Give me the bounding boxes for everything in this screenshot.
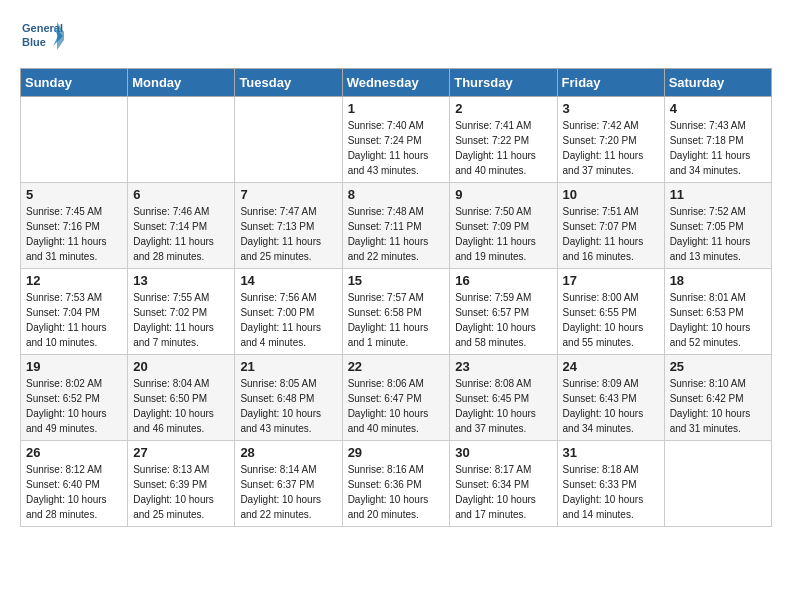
day-info: Sunrise: 7:40 AMSunset: 7:24 PMDaylight:…	[348, 118, 445, 178]
day-info: Sunrise: 8:00 AMSunset: 6:55 PMDaylight:…	[563, 290, 659, 350]
day-cell: 20Sunrise: 8:04 AMSunset: 6:50 PMDayligh…	[128, 355, 235, 441]
day-cell: 26Sunrise: 8:12 AMSunset: 6:40 PMDayligh…	[21, 441, 128, 527]
day-number: 12	[26, 273, 122, 288]
day-cell: 24Sunrise: 8:09 AMSunset: 6:43 PMDayligh…	[557, 355, 664, 441]
weekday-header-row: SundayMondayTuesdayWednesdayThursdayFrid…	[21, 69, 772, 97]
day-number: 30	[455, 445, 551, 460]
day-info: Sunrise: 8:05 AMSunset: 6:48 PMDaylight:…	[240, 376, 336, 436]
weekday-header-sunday: Sunday	[21, 69, 128, 97]
day-info: Sunrise: 7:56 AMSunset: 7:00 PMDaylight:…	[240, 290, 336, 350]
day-info: Sunrise: 7:45 AMSunset: 7:16 PMDaylight:…	[26, 204, 122, 264]
day-info: Sunrise: 7:46 AMSunset: 7:14 PMDaylight:…	[133, 204, 229, 264]
week-row-4: 19Sunrise: 8:02 AMSunset: 6:52 PMDayligh…	[21, 355, 772, 441]
day-cell: 18Sunrise: 8:01 AMSunset: 6:53 PMDayligh…	[664, 269, 771, 355]
day-number: 8	[348, 187, 445, 202]
day-number: 1	[348, 101, 445, 116]
day-cell: 23Sunrise: 8:08 AMSunset: 6:45 PMDayligh…	[450, 355, 557, 441]
day-cell: 19Sunrise: 8:02 AMSunset: 6:52 PMDayligh…	[21, 355, 128, 441]
day-number: 31	[563, 445, 659, 460]
day-cell: 30Sunrise: 8:17 AMSunset: 6:34 PMDayligh…	[450, 441, 557, 527]
day-number: 15	[348, 273, 445, 288]
day-cell: 28Sunrise: 8:14 AMSunset: 6:37 PMDayligh…	[235, 441, 342, 527]
day-cell: 13Sunrise: 7:55 AMSunset: 7:02 PMDayligh…	[128, 269, 235, 355]
day-cell	[235, 97, 342, 183]
day-cell	[664, 441, 771, 527]
day-info: Sunrise: 8:08 AMSunset: 6:45 PMDaylight:…	[455, 376, 551, 436]
day-number: 29	[348, 445, 445, 460]
day-info: Sunrise: 7:55 AMSunset: 7:02 PMDaylight:…	[133, 290, 229, 350]
day-cell: 11Sunrise: 7:52 AMSunset: 7:05 PMDayligh…	[664, 183, 771, 269]
day-cell: 8Sunrise: 7:48 AMSunset: 7:11 PMDaylight…	[342, 183, 450, 269]
day-number: 11	[670, 187, 766, 202]
day-info: Sunrise: 8:10 AMSunset: 6:42 PMDaylight:…	[670, 376, 766, 436]
day-number: 19	[26, 359, 122, 374]
weekday-header-monday: Monday	[128, 69, 235, 97]
day-info: Sunrise: 7:59 AMSunset: 6:57 PMDaylight:…	[455, 290, 551, 350]
day-number: 17	[563, 273, 659, 288]
day-number: 14	[240, 273, 336, 288]
day-cell: 15Sunrise: 7:57 AMSunset: 6:58 PMDayligh…	[342, 269, 450, 355]
day-info: Sunrise: 7:43 AMSunset: 7:18 PMDaylight:…	[670, 118, 766, 178]
day-info: Sunrise: 8:18 AMSunset: 6:33 PMDaylight:…	[563, 462, 659, 522]
day-info: Sunrise: 8:02 AMSunset: 6:52 PMDaylight:…	[26, 376, 122, 436]
day-number: 20	[133, 359, 229, 374]
day-number: 13	[133, 273, 229, 288]
day-info: Sunrise: 8:06 AMSunset: 6:47 PMDaylight:…	[348, 376, 445, 436]
day-cell: 16Sunrise: 7:59 AMSunset: 6:57 PMDayligh…	[450, 269, 557, 355]
day-number: 25	[670, 359, 766, 374]
day-cell: 3Sunrise: 7:42 AMSunset: 7:20 PMDaylight…	[557, 97, 664, 183]
logo: General Blue	[20, 16, 64, 60]
day-number: 9	[455, 187, 551, 202]
day-cell: 31Sunrise: 8:18 AMSunset: 6:33 PMDayligh…	[557, 441, 664, 527]
day-info: Sunrise: 7:50 AMSunset: 7:09 PMDaylight:…	[455, 204, 551, 264]
day-cell: 5Sunrise: 7:45 AMSunset: 7:16 PMDaylight…	[21, 183, 128, 269]
day-number: 6	[133, 187, 229, 202]
day-cell: 9Sunrise: 7:50 AMSunset: 7:09 PMDaylight…	[450, 183, 557, 269]
day-cell: 29Sunrise: 8:16 AMSunset: 6:36 PMDayligh…	[342, 441, 450, 527]
page: General Blue SundayMondayTuesdayWednesda…	[0, 0, 792, 543]
day-cell	[128, 97, 235, 183]
day-cell: 27Sunrise: 8:13 AMSunset: 6:39 PMDayligh…	[128, 441, 235, 527]
day-cell: 17Sunrise: 8:00 AMSunset: 6:55 PMDayligh…	[557, 269, 664, 355]
header: General Blue	[20, 16, 772, 60]
day-number: 2	[455, 101, 551, 116]
logo-svg: General Blue	[20, 16, 64, 60]
svg-text:Blue: Blue	[22, 36, 46, 48]
day-info: Sunrise: 8:13 AMSunset: 6:39 PMDaylight:…	[133, 462, 229, 522]
weekday-header-saturday: Saturday	[664, 69, 771, 97]
day-number: 28	[240, 445, 336, 460]
day-number: 24	[563, 359, 659, 374]
weekday-header-thursday: Thursday	[450, 69, 557, 97]
day-number: 22	[348, 359, 445, 374]
day-cell: 22Sunrise: 8:06 AMSunset: 6:47 PMDayligh…	[342, 355, 450, 441]
day-cell: 25Sunrise: 8:10 AMSunset: 6:42 PMDayligh…	[664, 355, 771, 441]
day-info: Sunrise: 7:48 AMSunset: 7:11 PMDaylight:…	[348, 204, 445, 264]
day-number: 21	[240, 359, 336, 374]
day-number: 26	[26, 445, 122, 460]
day-info: Sunrise: 7:47 AMSunset: 7:13 PMDaylight:…	[240, 204, 336, 264]
weekday-header-friday: Friday	[557, 69, 664, 97]
day-number: 3	[563, 101, 659, 116]
day-cell	[21, 97, 128, 183]
day-info: Sunrise: 8:16 AMSunset: 6:36 PMDaylight:…	[348, 462, 445, 522]
day-info: Sunrise: 7:51 AMSunset: 7:07 PMDaylight:…	[563, 204, 659, 264]
day-info: Sunrise: 8:14 AMSunset: 6:37 PMDaylight:…	[240, 462, 336, 522]
week-row-1: 1Sunrise: 7:40 AMSunset: 7:24 PMDaylight…	[21, 97, 772, 183]
day-info: Sunrise: 7:52 AMSunset: 7:05 PMDaylight:…	[670, 204, 766, 264]
day-info: Sunrise: 8:04 AMSunset: 6:50 PMDaylight:…	[133, 376, 229, 436]
calendar: SundayMondayTuesdayWednesdayThursdayFrid…	[20, 68, 772, 527]
weekday-header-wednesday: Wednesday	[342, 69, 450, 97]
day-cell: 21Sunrise: 8:05 AMSunset: 6:48 PMDayligh…	[235, 355, 342, 441]
day-cell: 12Sunrise: 7:53 AMSunset: 7:04 PMDayligh…	[21, 269, 128, 355]
day-number: 23	[455, 359, 551, 374]
day-info: Sunrise: 7:42 AMSunset: 7:20 PMDaylight:…	[563, 118, 659, 178]
day-number: 27	[133, 445, 229, 460]
day-cell: 1Sunrise: 7:40 AMSunset: 7:24 PMDaylight…	[342, 97, 450, 183]
day-cell: 4Sunrise: 7:43 AMSunset: 7:18 PMDaylight…	[664, 97, 771, 183]
day-info: Sunrise: 8:17 AMSunset: 6:34 PMDaylight:…	[455, 462, 551, 522]
weekday-header-tuesday: Tuesday	[235, 69, 342, 97]
day-number: 10	[563, 187, 659, 202]
day-number: 5	[26, 187, 122, 202]
day-info: Sunrise: 7:57 AMSunset: 6:58 PMDaylight:…	[348, 290, 445, 350]
week-row-3: 12Sunrise: 7:53 AMSunset: 7:04 PMDayligh…	[21, 269, 772, 355]
